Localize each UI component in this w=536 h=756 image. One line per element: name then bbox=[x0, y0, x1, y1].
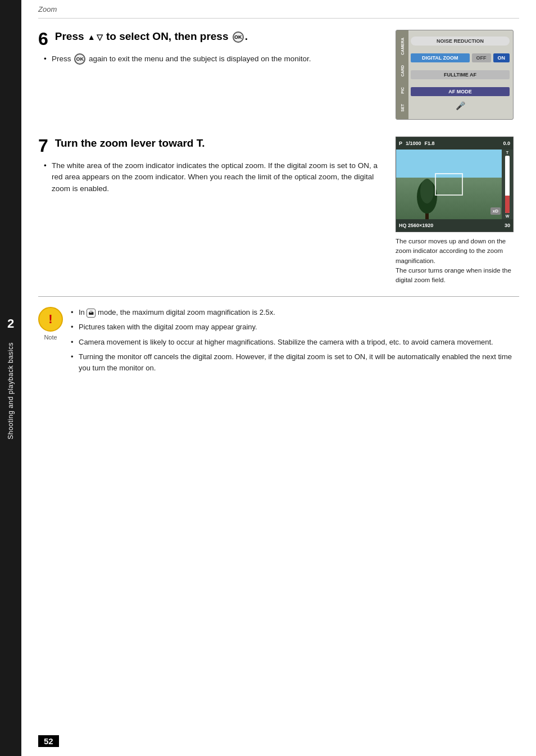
page-title: Zoom bbox=[38, 5, 57, 13]
menu-row-noise: NOISE REDUCTION bbox=[411, 34, 510, 48]
note-item-1: In 🏔 mode, the maximum digital zoom magn… bbox=[71, 307, 519, 318]
step6-title: Press ▲▽ to select ON, then press OK. bbox=[55, 30, 248, 44]
camera-menu-image: CAMERA CARD PIC SET NOISE REDUCTION DIGI… bbox=[396, 30, 514, 120]
separator bbox=[38, 296, 519, 297]
sidebar-number: 2 bbox=[7, 316, 14, 331]
zoom-indicator: T W bbox=[502, 150, 513, 219]
menu-area: NOISE REDUCTION DIGITAL ZOOM OFF ON FULL… bbox=[411, 34, 510, 116]
note-icon: ! bbox=[38, 307, 63, 332]
viewfinder-caption: The cursor moves up and down on the zoom… bbox=[396, 237, 514, 285]
menu-option-on: ON bbox=[493, 53, 510, 62]
step6-bullet-1: Press OK again to exit the menu and the … bbox=[44, 53, 384, 65]
viewfinder-bottom-bar: HQ 2560×1920 30 bbox=[396, 219, 513, 232]
sidebar: 2 Shooting and playback basics bbox=[0, 0, 21, 756]
camera-side-labels: CAMERA CARD PIC SET bbox=[396, 30, 408, 119]
vf-quality: HQ 2560×1920 bbox=[399, 223, 433, 228]
vf-ev: 0.0 bbox=[503, 141, 510, 146]
caption-line-2: The cursor turns orange when inside the … bbox=[396, 267, 511, 283]
caption-line-1: The cursor moves up and down on the zoom… bbox=[396, 238, 506, 264]
step7-left: 7 Turn the zoom lever toward T. The whit… bbox=[38, 137, 384, 285]
vf-aperture: F1.8 bbox=[425, 141, 435, 146]
camera-label-camera: CAMERA bbox=[401, 38, 405, 55]
ok-button-icon: OK bbox=[233, 31, 244, 43]
step7-bullet-1: The white area of the zoom indicator ind… bbox=[44, 160, 384, 194]
camera-label-card: CARD bbox=[401, 65, 405, 76]
up-arrow-icon: ▲ bbox=[88, 32, 96, 42]
xd-badge: xD bbox=[490, 207, 501, 215]
menu-mic-icon: 🎤 bbox=[456, 101, 465, 110]
menu-option-off: OFF bbox=[472, 53, 491, 62]
step7-title: Turn the zoom lever toward T. bbox=[55, 137, 205, 151]
menu-label-digital-zoom: DIGITAL ZOOM bbox=[411, 53, 470, 62]
top-header: Zoom bbox=[38, 0, 519, 19]
sidebar-text: Shooting and playback basics bbox=[7, 342, 15, 440]
main-content: Zoom 6 Press ▲▽ to select ON, then press… bbox=[21, 0, 536, 756]
note-item-4: Turning the monitor off cancels the digi… bbox=[71, 351, 519, 374]
step6-number: 6 bbox=[38, 30, 48, 48]
note-content: In 🏔 mode, the maximum digital zoom magn… bbox=[71, 307, 519, 377]
zoom-bar bbox=[505, 156, 510, 213]
note-section: ! Note In 🏔 mode, the maximum digital zo… bbox=[38, 307, 519, 377]
vf-mode: P bbox=[399, 141, 402, 146]
step6-header: 6 Press ▲▽ to select ON, then press OK. bbox=[38, 30, 384, 48]
focus-bracket bbox=[435, 173, 463, 196]
step7-section: 7 Turn the zoom lever toward T. The whit… bbox=[38, 137, 519, 285]
step7-number: 7 bbox=[38, 137, 48, 155]
zoom-bar-fill bbox=[505, 196, 510, 213]
viewfinder-top-bar: P 1/1000 F1.8 0.0 bbox=[396, 137, 513, 150]
step6-bullets: Press OK again to exit the menu and the … bbox=[38, 53, 384, 65]
menu-row-digital-zoom: DIGITAL ZOOM OFF ON bbox=[411, 51, 510, 65]
note-icon-container: ! Note bbox=[38, 307, 63, 377]
camera-label-pic: PIC bbox=[401, 87, 405, 94]
note-item-3: Camera movement is likely to occur at hi… bbox=[71, 337, 519, 348]
down-arrow-icon: ▽ bbox=[97, 32, 103, 42]
scene-icon: 🏔 bbox=[87, 309, 96, 318]
vf-frames: 30 bbox=[505, 223, 510, 228]
viewfinder-image: P 1/1000 F1.8 0.0 bbox=[396, 137, 514, 232]
svg-point-2 bbox=[420, 179, 434, 203]
step6-section: 6 Press ▲▽ to select ON, then press OK. … bbox=[38, 30, 519, 120]
page-container: 2 Shooting and playback basics Zoom 6 Pr… bbox=[0, 0, 536, 756]
step7-header: 7 Turn the zoom lever toward T. bbox=[38, 137, 384, 155]
menu-label-af-mode: AF MODE bbox=[411, 87, 510, 96]
menu-label-noise: NOISE REDUCTION bbox=[411, 37, 510, 46]
step6-left: 6 Press ▲▽ to select ON, then press OK. … bbox=[38, 30, 384, 120]
zoom-label-w: W bbox=[506, 214, 510, 218]
ok-button-icon-2: OK bbox=[74, 53, 85, 65]
menu-row-fulltime-af: FULLTIME AF bbox=[411, 67, 510, 82]
step6-right: CAMERA CARD PIC SET NOISE REDUCTION DIGI… bbox=[396, 30, 519, 120]
step7-bullets: The white area of the zoom indicator ind… bbox=[38, 160, 384, 194]
note-label: Note bbox=[44, 334, 57, 341]
vf-shutter: 1/1000 bbox=[406, 141, 421, 146]
camera-label-set: SET bbox=[401, 104, 405, 112]
menu-label-fulltime-af: FULLTIME AF bbox=[411, 70, 510, 79]
note-list: In 🏔 mode, the maximum digital zoom magn… bbox=[71, 307, 519, 374]
step7-right: P 1/1000 F1.8 0.0 bbox=[396, 137, 519, 285]
menu-row-af-mode: AF MODE bbox=[411, 84, 510, 99]
page-number: 52 bbox=[38, 735, 59, 747]
note-item-2: Pictures taken with the digital zoom may… bbox=[71, 322, 519, 333]
zoom-label-t: T bbox=[506, 151, 508, 155]
